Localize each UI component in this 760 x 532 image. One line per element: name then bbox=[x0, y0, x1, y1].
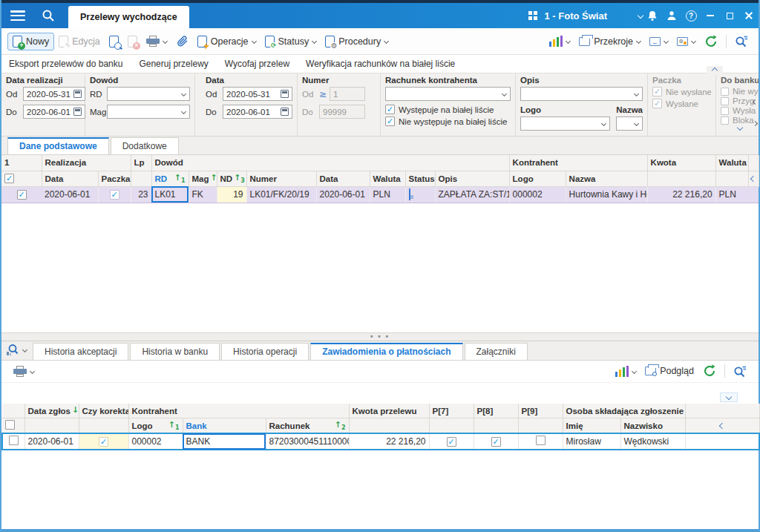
col-header-mag[interactable]: Mag↑2 bbox=[189, 171, 217, 186]
cell-paczka[interactable] bbox=[98, 186, 131, 203]
cell-logo[interactable]: 000002 bbox=[509, 186, 566, 203]
list-view-button[interactable] bbox=[4, 344, 33, 360]
cell-data[interactable]: 2020-06-01 bbox=[316, 186, 370, 203]
dowod-mag-combo[interactable] bbox=[107, 105, 190, 119]
row-checkbox[interactable] bbox=[9, 436, 19, 445]
cell-opis[interactable]: ZAPŁATA ZA:ST/123/2020 bbox=[435, 186, 509, 203]
calendar-icon[interactable] bbox=[73, 90, 82, 98]
data-od-input[interactable]: 2020-05-31 bbox=[223, 87, 292, 101]
panel-expand-button[interactable] bbox=[720, 393, 738, 402]
operations-menu[interactable]: Operacje bbox=[193, 33, 261, 50]
data-realizacji-do-input[interactable]: 2020-06-01 bbox=[23, 105, 85, 119]
numer-do-input[interactable]: 99999 bbox=[319, 105, 365, 119]
cell-numer[interactable]: LK01/FK/20/19 bbox=[246, 186, 316, 203]
cell-data-zglos[interactable]: 2020-06-01 bbox=[24, 433, 79, 450]
col-header-p9[interactable]: P[9] bbox=[518, 404, 563, 418]
company-selector[interactable]: 1 - Foto Świat bbox=[528, 10, 608, 22]
col-header-imie[interactable]: Imię bbox=[563, 418, 620, 434]
cell-logo[interactable]: 000002 bbox=[128, 433, 183, 450]
bottom-grid-empty-area[interactable] bbox=[1, 450, 759, 529]
col-header-lp[interactable]: Lp bbox=[131, 155, 151, 171]
new-button[interactable]: Nowy bbox=[7, 33, 54, 50]
data-do-input[interactable]: 2020-06-01 bbox=[223, 105, 292, 119]
row-select-cell[interactable] bbox=[2, 433, 24, 450]
tab-historia-w-banku[interactable]: Historia w banku bbox=[130, 343, 220, 360]
close-button[interactable] bbox=[739, 3, 759, 28]
menu-icon[interactable] bbox=[10, 10, 25, 21]
select-all-checkbox[interactable] bbox=[4, 174, 14, 183]
col-header-czy-korekta[interactable]: Czy korekta bbox=[79, 404, 128, 418]
p7-checkbox[interactable] bbox=[447, 437, 456, 447]
validation-settings-button[interactable]: ⚙ bbox=[672, 35, 700, 48]
search-icon[interactable] bbox=[42, 9, 55, 22]
paczka-checkbox[interactable] bbox=[110, 190, 119, 200]
cell-p8[interactable] bbox=[474, 433, 518, 450]
calendar-icon[interactable] bbox=[281, 90, 289, 98]
notification-row[interactable]: 2020-06-01 000002 BANK 87203000451110000… bbox=[2, 433, 759, 450]
col-header-rachunek[interactable]: Rachunek↑2 bbox=[266, 418, 349, 434]
delete-button[interactable] bbox=[123, 33, 142, 50]
cell-waluta-2[interactable]: PLN bbox=[715, 186, 748, 203]
row-checkbox[interactable] bbox=[17, 190, 27, 200]
cell-kwota[interactable]: 22 216,20 bbox=[647, 186, 715, 203]
maximize-button[interactable] bbox=[720, 3, 739, 28]
cell-kwota-przelewu[interactable]: 22 216,20 bbox=[349, 433, 429, 450]
cell-data-realizacji[interactable]: 2020-06-01 bbox=[42, 186, 98, 203]
print-button[interactable] bbox=[142, 33, 171, 49]
col-header-logo[interactable]: Logo bbox=[509, 171, 566, 186]
col-header-bank[interactable]: Bank bbox=[183, 418, 266, 434]
cell-czy-korekta[interactable] bbox=[79, 433, 128, 450]
tab-zawiadomienia-o-platnosciach[interactable]: Zawiadomienia o płatnościach bbox=[310, 343, 462, 360]
band-osoba-skladajaca[interactable]: Osoba składająca zgłoszenie bbox=[563, 404, 685, 418]
col-header-waluta[interactable]: Waluta bbox=[370, 171, 405, 186]
module-tab[interactable]: Przelewy wychodzące bbox=[68, 6, 189, 28]
col-header-numer[interactable]: Numer bbox=[246, 171, 316, 186]
czy-korekta-checkbox[interactable] bbox=[99, 437, 108, 447]
cell-nazwa[interactable]: Hurtownia Kawy i Herbaty bbox=[566, 186, 647, 203]
select-all-checkbox[interactable] bbox=[5, 420, 15, 430]
col-header-nd[interactable]: ND↑3 bbox=[217, 171, 246, 186]
col-header-status[interactable]: Status bbox=[405, 171, 435, 186]
link-generate-transfers[interactable]: Generuj przelewy bbox=[139, 59, 208, 69]
find-button[interactable] bbox=[730, 33, 753, 50]
bottom-print-chevron-down-icon[interactable] bbox=[30, 369, 35, 374]
refresh-button[interactable] bbox=[700, 33, 722, 50]
rachunek-kontrahenta-combo[interactable] bbox=[385, 87, 511, 101]
grid-empty-area[interactable] bbox=[1, 203, 759, 332]
col-header-p7[interactable]: P[7] bbox=[429, 404, 474, 418]
col-header-opis[interactable]: Opis bbox=[435, 171, 509, 186]
band-kontrahent[interactable]: Kontrahent bbox=[509, 155, 647, 171]
cell-p7[interactable] bbox=[429, 433, 474, 450]
views-menu[interactable]: Przekroje bbox=[574, 34, 645, 49]
col-header-logo[interactable]: Logo↑1 bbox=[128, 418, 183, 434]
whitelist-absent-checkbox[interactable] bbox=[385, 116, 395, 126]
attachments-button[interactable] bbox=[171, 33, 193, 50]
whitelist-present-checkbox[interactable] bbox=[385, 105, 395, 114]
preview-button[interactable]: Podgląd bbox=[641, 364, 698, 378]
calendar-icon[interactable] bbox=[281, 108, 289, 116]
row-select-cell[interactable] bbox=[1, 186, 42, 203]
dowod-rd-combo[interactable] bbox=[107, 87, 190, 101]
bottom-analysis-button[interactable] bbox=[611, 364, 641, 379]
bottom-print-button[interactable] bbox=[9, 364, 39, 379]
grid-edge-collapse[interactable] bbox=[748, 171, 759, 186]
procedures-menu[interactable]: Procedury bbox=[321, 33, 393, 50]
preview-document-button[interactable] bbox=[105, 33, 123, 50]
link-export-transfers[interactable]: Eksport przelewów do banku bbox=[9, 59, 122, 69]
col-header-data[interactable]: Data bbox=[316, 171, 370, 186]
cell-p9[interactable] bbox=[518, 433, 563, 450]
cell-status[interactable] bbox=[405, 186, 435, 203]
edit-button[interactable]: Edycja bbox=[54, 33, 105, 50]
tab-historia-akceptacji[interactable]: Historia akceptacji bbox=[33, 343, 128, 360]
do-banku-expand-chevron-icon[interactable] bbox=[736, 125, 742, 131]
cell-waluta[interactable]: PLN bbox=[370, 186, 405, 203]
help-button[interactable] bbox=[681, 10, 701, 22]
minimize-button[interactable] bbox=[701, 3, 720, 28]
tab-zalaczniki[interactable]: Załączniki bbox=[465, 343, 528, 360]
cell-mag[interactable]: FK bbox=[189, 186, 217, 203]
cell-lp[interactable]: 23 bbox=[131, 186, 151, 203]
col-header-p8[interactable]: P[8] bbox=[474, 404, 518, 418]
link-withdraw-transfer[interactable]: Wycofaj przelew bbox=[225, 59, 289, 69]
logo-combo[interactable] bbox=[520, 116, 610, 131]
tab-dodatkowe[interactable]: Dodatkowe bbox=[111, 137, 179, 154]
